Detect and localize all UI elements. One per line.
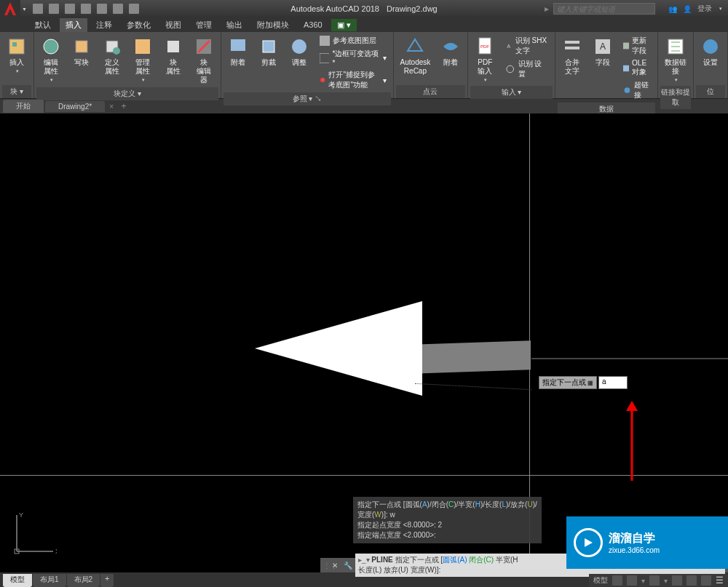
settings-gear-icon[interactable]: ☰: [716, 575, 724, 586]
tab-output[interactable]: 输出: [221, 18, 248, 32]
recognize-settings-button[interactable]: 识别 设置: [502, 58, 550, 80]
social-icon[interactable]: 👥: [668, 5, 677, 13]
tab-drawing[interactable]: Drawing2*: [45, 101, 105, 112]
field-button[interactable]: A字段: [588, 33, 617, 70]
qat-new-icon[interactable]: [33, 4, 43, 14]
doc-name: Drawing2.dwg: [387, 4, 438, 13]
panel-reference: 附着 剪裁 调整 参考底图图层 *边框可变选项* ▾ 打开"捕捉到参考底图"功能…: [221, 32, 394, 98]
status-model-label[interactable]: 模型: [593, 575, 608, 586]
define-attr-button[interactable]: 定义属性: [98, 33, 127, 79]
frame-vary-button[interactable]: *边框可变选项* ▾: [317, 48, 389, 68]
write-block-button[interactable]: 写块: [67, 33, 96, 70]
tab-layout1[interactable]: 布局1: [33, 574, 66, 587]
ole-object-button[interactable]: OLE 对象: [620, 58, 654, 78]
svg-point-30: [703, 39, 718, 54]
tab-annotate[interactable]: 注释: [90, 18, 118, 32]
attach-button[interactable]: 附着: [223, 33, 253, 70]
qat-open-icon[interactable]: [49, 4, 59, 14]
help-dropdown-icon[interactable]: ▸: [545, 4, 549, 14]
app-logo[interactable]: [0, 0, 20, 17]
search-input[interactable]: [553, 3, 655, 15]
tab-view[interactable]: 视图: [159, 18, 187, 32]
data-link-button[interactable]: 数据链接▾: [660, 33, 691, 86]
chevron-down-icon: ▾: [16, 68, 19, 74]
add-layout-button[interactable]: +: [100, 574, 114, 587]
polar-icon[interactable]: [672, 575, 682, 586]
qat-saveas-icon[interactable]: [81, 4, 91, 14]
panel-data: 合并 文字 A字段 更新字段 OLE 对象 超链接 数据: [555, 32, 658, 98]
panel-block-def: 编辑 属性▾ 写块 定义属性 管理 属性▾ 块 属性 块 编辑器 块定义 ▾: [34, 32, 221, 98]
manage-attr-button[interactable]: 管理 属性▾: [128, 33, 157, 86]
panel-label[interactable]: 输入 ▾: [470, 86, 552, 99]
attach-pc-button[interactable]: 附着: [436, 33, 465, 70]
tab-addins[interactable]: 附加模块: [251, 18, 295, 32]
shx-text-button[interactable]: A识别 SHX 文字: [502, 35, 550, 57]
quick-access-toolbar: [27, 4, 145, 14]
panel-location: 设置 位: [694, 32, 728, 98]
insert-block-button[interactable]: 插入 ▾: [2, 33, 31, 77]
tab-model[interactable]: 模型: [3, 574, 32, 587]
settings-button[interactable]: 设置: [696, 33, 725, 70]
svg-text:X: X: [55, 548, 57, 555]
qat-save-icon[interactable]: [65, 4, 75, 14]
tab-start[interactable]: 开始: [3, 100, 44, 113]
dyn-value[interactable]: a: [598, 376, 628, 389]
osnap-icon[interactable]: [687, 575, 697, 586]
block-attr-button[interactable]: 块 属性: [159, 33, 188, 79]
svg-point-28: [624, 87, 630, 93]
panel-label[interactable]: 块定义 ▾: [36, 87, 218, 100]
svg-rect-15: [320, 53, 329, 63]
clip-button[interactable]: 剪裁: [254, 33, 283, 70]
grid-icon[interactable]: [612, 575, 622, 586]
qat-undo-icon[interactable]: [113, 4, 123, 14]
cmdline-close-icon[interactable]: ✕: [329, 562, 341, 570]
svg-rect-23: [565, 47, 579, 49]
ortho-icon[interactable]: [649, 575, 660, 586]
panel-import: PDFPDF 输入▾ A识别 SHX 文字 识别 设置 输入 ▾: [468, 32, 555, 98]
pdf-import-button[interactable]: PDFPDF 输入▾: [470, 33, 499, 86]
login-label[interactable]: 登录: [697, 4, 712, 14]
app-menu-dropdown[interactable]: ▼: [22, 7, 27, 12]
tab-default[interactable]: 默认: [29, 18, 57, 32]
panel-label[interactable]: 参照 ▾ ↘: [223, 92, 391, 105]
tab-manage[interactable]: 管理: [190, 18, 218, 32]
edit-attr-button[interactable]: 编辑 属性▾: [36, 33, 66, 86]
tab-layout2[interactable]: 布局2: [67, 574, 100, 587]
tab-parametric[interactable]: 参数化: [121, 18, 157, 32]
close-icon[interactable]: ×: [106, 103, 116, 111]
merge-text-button[interactable]: 合并 文字: [558, 33, 587, 79]
snap-underlay-button[interactable]: 打开"捕捉到参考底图"功能 ▾: [317, 69, 389, 91]
panel-link: 数据链接▾ 链接和提取: [658, 32, 694, 98]
tab-featured[interactable]: ▣ ▾: [331, 19, 357, 31]
user-area: 👥 👤 登录 ▾: [668, 4, 722, 14]
block-editor-button[interactable]: 块 编辑器: [189, 33, 218, 87]
underlay-layers-button[interactable]: 参考底图图层: [317, 35, 389, 47]
add-tab-button[interactable]: +: [118, 100, 130, 112]
svg-text:Y: Y: [19, 511, 23, 519]
layout-tabs: 模型 布局1 布局2 +: [3, 574, 114, 587]
qat-redo-icon[interactable]: [129, 4, 139, 14]
history-line: 指定起点宽度 <8.0000>: 2: [357, 520, 537, 530]
svg-marker-40: [585, 538, 593, 547]
svg-rect-14: [320, 36, 330, 46]
watermark-title: 溜溜自学: [609, 531, 660, 546]
recap-button[interactable]: Autodesk ReCap: [396, 33, 435, 79]
update-field-button[interactable]: 更新字段: [620, 35, 654, 57]
qat-print-icon[interactable]: [97, 4, 107, 14]
lineweight-icon[interactable]: [701, 575, 711, 586]
tab-insert[interactable]: 插入: [60, 18, 87, 32]
login-icon[interactable]: 👤: [683, 5, 692, 13]
login-dropdown[interactable]: ▾: [719, 6, 722, 12]
hyperlink-button[interactable]: 超链接: [620, 79, 654, 101]
snap-icon[interactable]: [627, 575, 637, 586]
cmdline-config-icon[interactable]: 🔧: [341, 562, 355, 570]
panel-label[interactable]: 块 ▾: [2, 85, 31, 98]
tab-a360[interactable]: A360: [298, 19, 328, 31]
cmdline-grip-icon[interactable]: ⋮⋮: [323, 562, 329, 570]
panel-pointcloud: Autodesk ReCap 附着 点云: [394, 32, 469, 98]
adjust-button[interactable]: 调整: [285, 33, 314, 70]
panel-block: 插入 ▾ 块 ▾: [0, 32, 34, 98]
drawing-canvas[interactable]: 指定下一点或 ▦ a X Y 指定下一点或 [圆弧(A)/闭合(C)/半宽(H)…: [0, 113, 728, 572]
svg-rect-2: [12, 42, 17, 47]
svg-marker-17: [408, 39, 422, 51]
